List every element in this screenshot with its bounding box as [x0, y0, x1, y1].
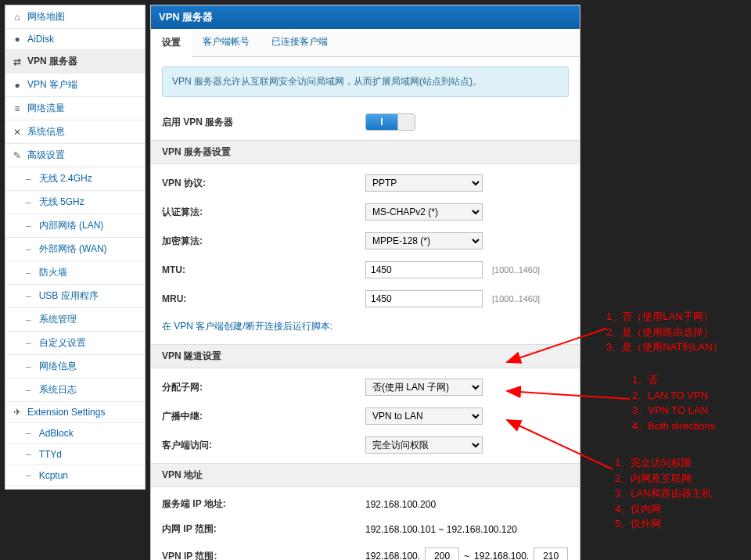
- enable-toggle[interactable]: I: [365, 113, 415, 131]
- vpnrange-prefix: 192.168.100.: [365, 551, 420, 560]
- srvip-value: 192.168.100.200: [365, 499, 436, 510]
- toggle-off-icon: [397, 114, 415, 130]
- vpnrange-from-input[interactable]: [425, 547, 459, 560]
- tabs: 设置 客户端帐号 已连接客户端: [151, 29, 580, 57]
- mru-hint: [1000..1460]: [492, 294, 540, 303]
- dash-icon: –: [26, 267, 31, 278]
- vpnrange-prefix2: 192.168.100.: [474, 551, 529, 560]
- sidebar-sub-label: 无线 2.4GHz: [39, 172, 92, 185]
- section-address: VPN 地址: [151, 463, 580, 487]
- mtu-input[interactable]: [365, 261, 483, 278]
- proto-label: VPN 协议:: [162, 177, 365, 190]
- sidebar-sub-label: 网络信息: [39, 360, 77, 373]
- dash-icon: –: [26, 470, 31, 481]
- dash-icon: –: [26, 314, 31, 325]
- access-select[interactable]: 完全访问权限: [365, 436, 483, 454]
- sidebar-item-advanced[interactable]: ✎高级设置: [5, 144, 145, 167]
- lanrange-value: 192.168.100.101 ~ 192.168.100.120: [365, 524, 517, 535]
- tab-settings[interactable]: 设置: [151, 30, 192, 57]
- proto-select[interactable]: PPTP: [365, 174, 483, 192]
- sidebar-sub-label: 自定义设置: [39, 336, 86, 350]
- sidebar-sub-wifi24[interactable]: –无线 2.4GHz: [5, 167, 145, 191]
- auth-select[interactable]: MS-CHAPv2 (*): [365, 203, 483, 221]
- vpnrange-label: VPN IP 范围:: [162, 550, 365, 561]
- dash-icon: –: [26, 244, 31, 255]
- auth-label: 认证算法:: [162, 206, 365, 219]
- sidebar-sub-usbapps[interactable]: –USB 应用程序: [5, 285, 145, 308]
- dash-icon: –: [26, 385, 31, 396]
- enc-label: 加密算法:: [162, 235, 365, 248]
- sidebar-sub-label: AdBlock: [39, 428, 74, 439]
- enc-select[interactable]: MPPE-128 (*): [365, 232, 483, 249]
- sidebar-sub-netinfo[interactable]: –网络信息: [5, 355, 145, 379]
- section-server: VPN 服务器设置: [151, 140, 580, 164]
- sidebar-item-label: 高级设置: [27, 149, 65, 162]
- sidebar-sub-label: 内部网络 (LAN): [39, 219, 104, 232]
- sidebar-item-vpn-client[interactable]: ●VPN 客户端: [5, 74, 145, 97]
- wrench-icon: ✎: [12, 150, 23, 161]
- vpnrange-sep: ~: [464, 551, 469, 560]
- annotation-relay: 1、否 2、LAN TO VPN 3、VPN TO LAN 4、Both dir…: [632, 372, 715, 433]
- sidebar-item-extensions[interactable]: ✈Extension Settings: [5, 402, 145, 423]
- mtu-hint: [1000..1460]: [492, 265, 540, 275]
- sidebar-sub-label: 外部网络 (WAN): [39, 242, 107, 256]
- dash-icon: –: [26, 221, 31, 232]
- panel-title: VPN 服务器: [151, 5, 580, 29]
- toggle-on-icon: I: [366, 114, 397, 130]
- sidebar-item-traffic[interactable]: ≡网络流量: [5, 97, 145, 120]
- sidebar-sub-label: Kcptun: [39, 470, 68, 481]
- sidebar: ⌂网络地图 ●AiDisk ⇄VPN 服务器 ●VPN 客户端 ≡网络流量 ✕系…: [5, 5, 146, 490]
- sidebar-sub-syslog[interactable]: –系统日志: [5, 379, 145, 402]
- srvip-label: 服务端 IP 地址:: [162, 497, 365, 511]
- main-panel: VPN 服务器 设置 客户端帐号 已连接客户端 VPN 服务器允许从互联网安全访…: [150, 5, 580, 560]
- sidebar-item-sysinfo[interactable]: ✕系统信息: [5, 120, 145, 144]
- vpn-server-icon: ⇄: [12, 56, 23, 67]
- sidebar-item-aidisk[interactable]: ●AiDisk: [5, 29, 145, 50]
- vpn-client-icon: ●: [12, 80, 23, 91]
- mru-input[interactable]: [365, 290, 483, 307]
- dash-icon: –: [26, 361, 31, 372]
- dash-icon: –: [26, 291, 31, 302]
- dash-icon: –: [26, 449, 31, 460]
- lanrange-label: 内网 IP 范围:: [162, 522, 365, 536]
- tab-accounts[interactable]: 客户端帐号: [192, 29, 261, 56]
- script-link[interactable]: 在 VPN 客户端创建/断开连接后运行脚本:: [162, 321, 332, 332]
- sidebar-sub-label: USB 应用程序: [39, 289, 99, 303]
- tab-connected[interactable]: 已连接客户端: [261, 29, 339, 56]
- sidebar-sub-wifi5[interactable]: –无线 5GHz: [5, 191, 145, 214]
- info-box: VPN 服务器允许从互联网安全访问局域网，从而扩展局域网(站点到站点)。: [162, 66, 569, 97]
- annotation-subnet: 1、否（使用LAN子网） 2、是（使用路由选择） 3、是（使用NAT到LAN）: [606, 309, 723, 355]
- sidebar-sub-label: 系统管理: [39, 313, 77, 326]
- sidebar-sub-label: 防火墙: [39, 266, 67, 279]
- sidebar-sub-custom[interactable]: –自定义设置: [5, 332, 145, 355]
- sidebar-sub-kcptun[interactable]: –Kcptun: [5, 465, 145, 486]
- sidebar-sub-sysadmin[interactable]: –系统管理: [5, 308, 145, 332]
- enable-label: 启用 VPN 服务器: [162, 116, 365, 129]
- annotation-access: 1、完全访问权限 2、内网及互联网 3、LAN和路由器主机 4、仅内网 5、仅外…: [615, 455, 712, 532]
- sidebar-item-label: 网络地图: [27, 10, 65, 23]
- sidebar-sub-label: 无线 5GHz: [39, 196, 84, 209]
- sidebar-item-netmap[interactable]: ⌂网络地图: [5, 5, 145, 29]
- sidebar-item-label: VPN 客户端: [27, 78, 77, 92]
- sidebar-item-label: 网络流量: [27, 102, 65, 115]
- sidebar-sub-adblock[interactable]: –AdBlock: [5, 423, 145, 444]
- sidebar-sub-wan[interactable]: –外部网络 (WAN): [5, 238, 145, 261]
- traffic-icon: ≡: [12, 103, 23, 114]
- sidebar-sub-firewall[interactable]: –防火墙: [5, 261, 145, 285]
- sidebar-item-vpn-server[interactable]: ⇄VPN 服务器: [5, 50, 145, 74]
- vpnrange-to-input[interactable]: [534, 547, 568, 560]
- mru-label: MRU:: [162, 293, 365, 304]
- sidebar-sub-ttyd[interactable]: –TTYd: [5, 444, 145, 465]
- sidebar-sub-lan[interactable]: –内部网络 (LAN): [5, 214, 145, 238]
- access-label: 客户端访问:: [162, 439, 365, 452]
- section-tunnel: VPN 隧道设置: [151, 344, 580, 368]
- sidebar-item-label: VPN 服务器: [27, 55, 77, 68]
- subnet-label: 分配子网:: [162, 381, 365, 394]
- mtu-label: MTU:: [162, 264, 365, 275]
- sidebar-item-label: Extension Settings: [27, 407, 105, 418]
- sidebar-sub-sqm[interactable]: –SQM QoS: [5, 486, 145, 490]
- plane-icon: ✈: [12, 407, 23, 418]
- subnet-select[interactable]: 否(使用 LAN 子网): [365, 379, 483, 396]
- dash-icon: –: [26, 338, 31, 349]
- relay-select[interactable]: VPN to LAN: [365, 407, 483, 425]
